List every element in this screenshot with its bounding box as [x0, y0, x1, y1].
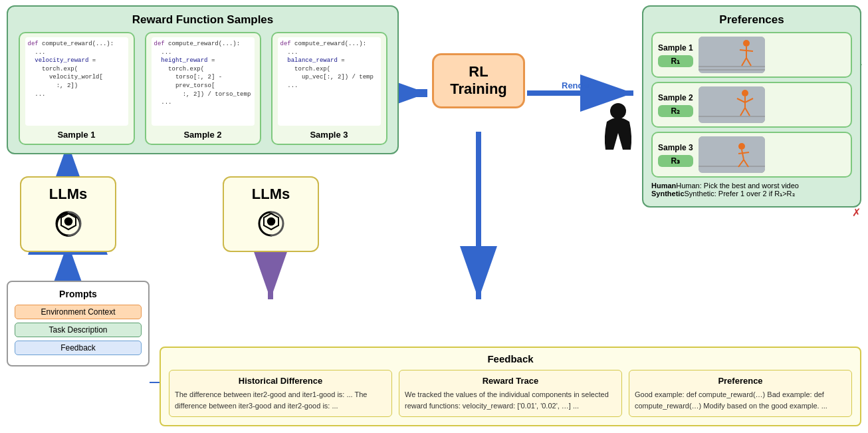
human-synthetic-text: HumanHuman: Pick the best and worst vide…: [651, 182, 852, 198]
pref-sample-2-reward: R₂: [658, 105, 693, 117]
pref-sample-1-name: Sample 1: [658, 43, 693, 53]
sample-1-label: Sample 1: [57, 130, 95, 140]
pref-image-2: [699, 86, 765, 123]
feedback-columns: Historical Difference The difference bet…: [169, 370, 852, 417]
feedback-col-reward-text: We tracked the values of the individual …: [405, 389, 616, 411]
pref-sample-3-reward: R₃: [658, 155, 693, 167]
pref-sample-2: Sample 2 R₂: [651, 82, 852, 128]
human-silhouette: [600, 103, 637, 153]
svg-rect-28: [699, 86, 765, 123]
pref-sample-1-reward: R₁: [658, 55, 693, 67]
prompt-feedback: Feedback: [15, 341, 142, 355]
human-text: Human: Pick the best and worst video: [676, 182, 799, 190]
llm-right-title: LLMs: [232, 186, 310, 203]
sample-3-label: Sample 3: [310, 130, 348, 140]
feedback-col-preference-title: Preference: [635, 376, 846, 386]
feedback-bottom-container: Feedback Historical Difference The diffe…: [160, 347, 861, 426]
llm-left-box: LLMs: [20, 176, 116, 252]
reward-sample-1: def compute_reward(...): ... velocity_re…: [19, 32, 135, 145]
feedback-bottom-title: Feedback: [169, 353, 852, 364]
svg-text:Render: Render: [562, 80, 592, 90]
pref-sample-3-name: Sample 3: [658, 143, 693, 152]
code-sample-1: def compute_reward(...): ... velocity_re…: [25, 37, 128, 126]
code-sample-3: def compute_reward(...): ... balance_rew…: [278, 37, 381, 126]
svg-point-43: [610, 103, 626, 119]
svg-rect-36: [699, 136, 765, 173]
sample-2-label: Sample 2: [183, 130, 221, 140]
svg-point-30: [742, 90, 748, 96]
reward-box-title: Reward Function Samples: [16, 13, 389, 27]
pref-image-3: [699, 136, 765, 173]
pref-image-1: [699, 37, 765, 73]
prompts-box: Prompts Environment Context Task Descrip…: [7, 281, 150, 366]
pref-sample-2-name: Sample 2: [658, 93, 693, 102]
feedback-col-historical-title: Historical Difference: [175, 376, 386, 386]
rl-training-title: RLTraining: [447, 63, 510, 98]
svg-point-45: [268, 218, 274, 225]
pref-sample-1: Sample 1 R₁: [651, 32, 852, 78]
prompt-task-description: Task Description: [15, 323, 142, 337]
feedback-col-reward-title: Reward Trace: [405, 376, 616, 386]
reward-sample-2: def compute_reward(...): ... height_rewa…: [145, 32, 261, 145]
reward-samples-container: def compute_reward(...): ... velocity_re…: [16, 32, 389, 145]
rl-training-box: RLTraining: [432, 53, 525, 108]
pref-samples-container: Sample 1 R₁: [651, 32, 852, 178]
svg-text:✗: ✗: [852, 207, 861, 218]
svg-point-44: [65, 218, 72, 225]
openai-logo-right: [255, 207, 288, 240]
feedback-col-preference: Preference Good example: def compute_rew…: [629, 370, 852, 417]
feedback-col-preference-text: Good example: def compute_reward(…) Bad …: [635, 389, 846, 411]
reward-sample-3: def compute_reward(...): ... balance_rew…: [271, 32, 387, 145]
llm-left-title: LLMs: [29, 186, 107, 203]
synthetic-text: Synthetic: Prefer 1 over 2 if R₁>R₂: [685, 190, 795, 198]
feedback-col-historical-text: The difference between iter2-good and it…: [175, 389, 386, 411]
llm-right-box: LLMs: [223, 176, 319, 252]
svg-point-23: [743, 40, 750, 47]
preferences-title: Preferences: [651, 13, 852, 27]
pref-sample-3: Sample 3 R₃: [651, 132, 852, 178]
prompt-env-context: Environment Context: [15, 305, 142, 319]
openai-logo-left: [52, 207, 85, 240]
code-sample-2: def compute_reward(...): ... height_rewa…: [152, 37, 255, 126]
prompts-title: Prompts: [15, 289, 142, 299]
feedback-col-reward-trace: Reward Trace We tracked the values of th…: [399, 370, 622, 417]
svg-rect-20: [699, 37, 765, 73]
svg-point-38: [738, 143, 745, 150]
feedback-col-historical: Historical Difference The difference bet…: [169, 370, 392, 417]
preferences-box: Preferences Sample 1 R₁: [642, 5, 861, 208]
reward-function-samples-box: Reward Function Samples def compute_rewa…: [7, 5, 399, 154]
